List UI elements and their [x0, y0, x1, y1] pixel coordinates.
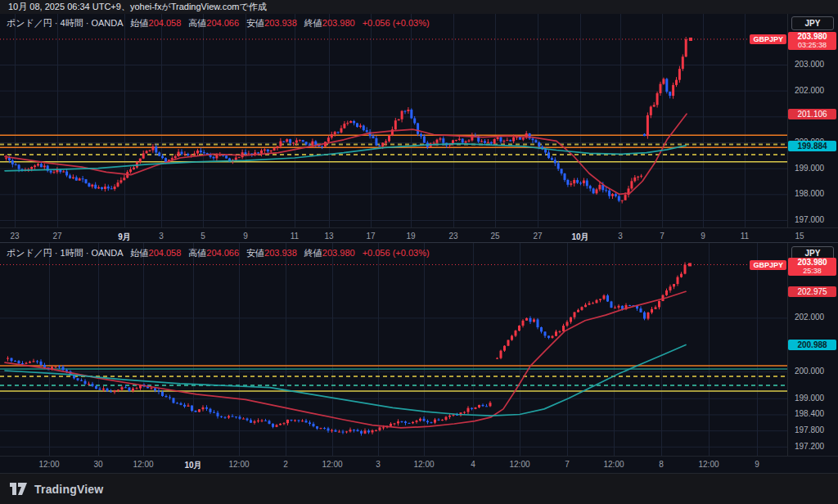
time-tick-label: 12:00	[413, 460, 434, 469]
time-tick-label: 25	[490, 232, 499, 241]
price-tick-label: 197.800	[795, 425, 824, 434]
panel-divider[interactable]	[0, 242, 838, 243]
close-label: 終値	[304, 18, 322, 28]
chart-legend-4h: ポンド／円 · 4時間 · OANDA始値204.058高値204.066安値2…	[7, 17, 430, 29]
last-price-value: 203.980	[788, 259, 836, 267]
footer-bar: TradingView	[0, 473, 838, 504]
time-tick-label: 13	[324, 232, 333, 241]
last-price-badge: 203.980 03:25:38	[788, 32, 836, 50]
ma-slow-badge: 200.988	[788, 340, 836, 350]
time-tick-label: 7	[565, 460, 570, 469]
time-tick-label: 9	[243, 232, 248, 241]
open-label: 始値	[131, 18, 149, 28]
ma-fast-line	[5, 291, 686, 428]
time-tick-label: 27	[533, 232, 542, 241]
high-value: 204.066	[206, 18, 239, 28]
time-tick-label: 12:00	[133, 460, 153, 469]
time-tick-label: 12:00	[322, 460, 342, 469]
price-chart-4h[interactable]	[0, 14, 787, 227]
tradingview-chart-page: 10月 08, 2025 06:34 UTC+9、yohei-fxがTradin…	[0, 0, 838, 504]
last-value-marker	[688, 263, 692, 266]
time-tick-label: 12:00	[509, 460, 529, 469]
time-tick-label: 3	[376, 460, 381, 469]
chart-legend-1h: ポンド／円 · 1時間 · OANDA始値204.058高値204.066安値2…	[7, 247, 430, 259]
bar-countdown: 03:25:38	[788, 41, 836, 49]
time-tick-label: 12:00	[698, 460, 719, 469]
brand-name[interactable]: TradingView	[34, 483, 103, 496]
ma-fast-badge: 202.975	[788, 286, 836, 297]
low-label: 安値	[246, 18, 264, 28]
open-label: 始値	[131, 248, 149, 258]
time-axis-1h[interactable]: 12:003012:0010月12:00212:00312:00412:0071…	[0, 456, 838, 473]
symbol-title[interactable]: ポンド／円 · 1時間 · OANDA	[7, 248, 124, 258]
price-tick-label: 198.000	[795, 189, 824, 198]
last-price-badge: 203.980 25:38	[788, 258, 836, 276]
time-tick-label: 9月	[118, 232, 131, 243]
time-tick-label: 10月	[571, 232, 588, 243]
open-value: 204.058	[149, 248, 182, 258]
time-tick-label: 17	[366, 232, 375, 241]
time-tick-label: 3	[618, 232, 623, 241]
last-price-value: 203.980	[788, 33, 836, 41]
time-tick-label: 11	[291, 232, 299, 241]
price-tick-label: 202.000	[795, 313, 824, 322]
time-tick-label: 23	[10, 232, 19, 241]
creation-note: 10月 08, 2025 06:34 UTC+9、yohei-fxがTradin…	[0, 0, 838, 14]
candles	[5, 37, 687, 203]
time-tick-label: 10月	[184, 460, 201, 471]
grid	[0, 14, 787, 227]
high-label: 高値	[188, 248, 206, 258]
time-tick-label: 4	[471, 460, 475, 469]
time-tick-label: 8	[659, 460, 664, 469]
close-value: 203.980	[322, 248, 355, 258]
time-tick-label: 5	[200, 232, 205, 241]
time-tick-label: 30	[93, 460, 102, 469]
low-value: 203.938	[264, 18, 297, 28]
price-tick-label: 198.400	[795, 409, 824, 418]
symbol-title[interactable]: ポンド／円 · 4時間 · OANDA	[7, 18, 124, 28]
open-value: 204.058	[149, 18, 182, 28]
bar-countdown: 25:38	[788, 267, 836, 275]
time-tick-label: 9	[755, 460, 759, 469]
price-chart-1h[interactable]	[0, 243, 787, 456]
price-tick-label: 200.000	[795, 367, 824, 376]
close-label: 終値	[304, 248, 322, 258]
close-value: 203.980	[322, 18, 355, 28]
ma-fast-badge: 201.106	[788, 109, 836, 119]
change-value: +0.056 (+0.03%)	[363, 18, 430, 28]
time-tick-label: 19	[406, 232, 415, 241]
time-tick-label: 12:00	[228, 460, 249, 469]
time-tick-label: 2	[283, 460, 288, 469]
symbol-badge: GBPJPY	[750, 34, 786, 44]
price-tick-label: 203.000	[795, 60, 824, 69]
ma-slow-badge: 199.884	[788, 141, 836, 151]
low-value: 203.938	[264, 248, 297, 258]
change-value: +0.056 (+0.03%)	[363, 248, 430, 258]
time-tick-label: 9	[701, 232, 705, 241]
price-axis[interactable]: 203.000202.000201.000200.000199.000198.0…	[787, 14, 838, 473]
price-tick-label: 197.200	[795, 442, 824, 451]
tradingview-logo[interactable]	[10, 483, 27, 495]
currency-button[interactable]: JPY	[791, 16, 834, 30]
time-tick-label: 27	[52, 232, 61, 241]
price-tick-label: 199.000	[795, 394, 824, 403]
time-tick-label: 15	[795, 232, 804, 241]
symbol-badge: GBPJPY	[750, 260, 786, 270]
high-label: 高値	[188, 18, 206, 28]
last-value-marker	[689, 38, 692, 41]
time-tick-label: 7	[660, 232, 665, 241]
time-tick-label: 3	[159, 232, 164, 241]
candles	[7, 263, 687, 436]
price-tick-label: 202.000	[795, 86, 824, 95]
time-tick-label: 12:00	[603, 460, 624, 469]
high-value: 204.066	[206, 248, 239, 258]
price-tick-label: 199.000	[795, 164, 824, 173]
time-tick-label: 23	[448, 232, 457, 241]
time-axis-4h[interactable]: 23279月3591113171923252710月3791115	[0, 227, 838, 243]
price-tick-label: 197.000	[795, 215, 824, 224]
time-tick-label: 12:00	[38, 460, 59, 469]
low-label: 安値	[246, 248, 264, 258]
time-tick-label: 11	[741, 232, 749, 241]
